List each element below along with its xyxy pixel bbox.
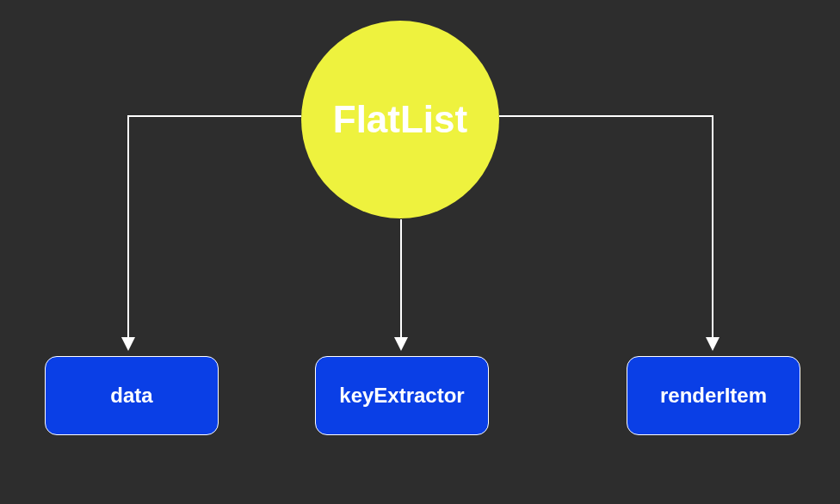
node-root-label: FlatList xyxy=(333,98,467,141)
node-keyextractor: keyExtractor xyxy=(315,356,489,435)
edge-root-to-renderitem xyxy=(499,116,713,349)
edge-root-to-data xyxy=(128,116,301,349)
node-renderitem: renderItem xyxy=(627,356,800,435)
node-data-label: data xyxy=(110,384,152,408)
diagram-canvas: FlatList data keyExtractor renderItem xyxy=(0,0,840,504)
node-root: FlatList xyxy=(301,21,499,218)
node-keyextractor-label: keyExtractor xyxy=(339,384,464,408)
node-renderitem-label: renderItem xyxy=(660,384,767,408)
node-data: data xyxy=(45,356,219,435)
